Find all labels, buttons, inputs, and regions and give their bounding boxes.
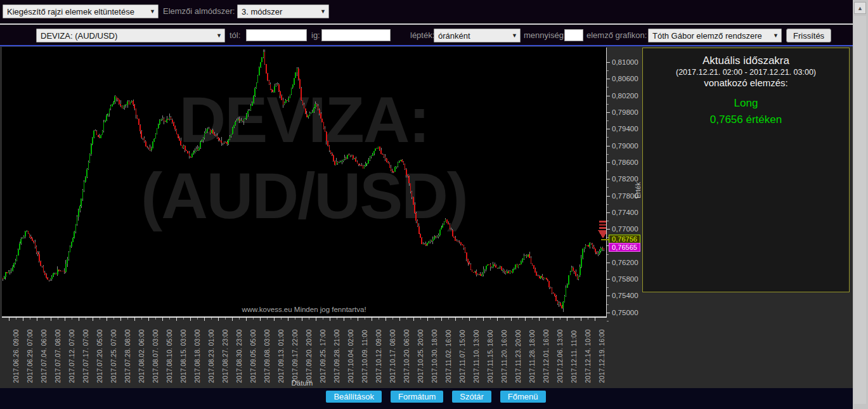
x-minor-tick xyxy=(448,318,449,320)
x-tick-label: 2017.12.06. 13:00 xyxy=(556,329,564,383)
y-tick-label: 0,81000 xyxy=(612,58,638,66)
y-minor-tick xyxy=(607,171,609,171)
pair-select[interactable]: DEVIZA: (AUD/USD) ▼ xyxy=(36,29,225,42)
y-tick xyxy=(607,129,610,129)
x-tick-label: 2017.12.01. 16:00 xyxy=(542,329,550,383)
x-minor-tick xyxy=(309,318,309,320)
refresh-button[interactable]: Frissítés xyxy=(786,29,831,42)
y-tick-label: 0,75400 xyxy=(612,292,638,299)
x-tick-label: 2017.08.27. 23:00 xyxy=(221,329,229,383)
current-price-marker: 0,76565 xyxy=(609,243,640,252)
extras-select-value: Kiegészítő rajzi elemek eltüntetése xyxy=(7,7,147,16)
x-tick xyxy=(441,318,442,321)
footer-menu-bar: Beállítások Formátum Szótár Főmenü xyxy=(0,388,853,409)
dictionary-button[interactable]: Szótár xyxy=(452,391,491,403)
y-minor-tick xyxy=(607,120,609,121)
x-tick-label: 2017.12.11. 11:00 xyxy=(570,330,578,383)
x-tick xyxy=(330,318,330,321)
to-date-input[interactable] xyxy=(321,29,391,41)
y-tick-label: 0,80600 xyxy=(612,75,638,82)
x-minor-tick xyxy=(183,318,184,320)
x-tick xyxy=(218,318,219,321)
x-tick xyxy=(246,318,247,321)
settings-button[interactable]: Beállítások xyxy=(326,391,382,403)
dropdown-arrow-icon: ▼ xyxy=(150,8,155,15)
dropdown-arrow-icon: ▼ xyxy=(512,32,517,39)
analyzer-select[interactable]: Tóth Gábor elemző rendszere ▼ xyxy=(648,29,782,42)
x-tick-label: 2017.09.17. 22:00 xyxy=(291,329,299,383)
y-minor-tick xyxy=(607,287,609,288)
x-tick xyxy=(525,318,526,321)
main-menu-button[interactable]: Főmenü xyxy=(500,391,546,403)
x-minor-tick xyxy=(211,318,212,320)
x-tick-label: 2017.11.28. 18:00 xyxy=(528,330,536,383)
x-minor-tick xyxy=(58,318,58,320)
y-minor-tick xyxy=(607,154,609,155)
y-tick xyxy=(607,96,610,96)
x-minor-tick xyxy=(560,318,560,320)
x-minor-tick xyxy=(44,318,44,320)
y-tick xyxy=(607,229,610,230)
scroll-up-icon[interactable]: ▲ xyxy=(854,2,866,14)
x-minor-tick xyxy=(392,318,393,320)
y-tick-label: 0,79800 xyxy=(612,108,638,116)
x-minor-tick xyxy=(253,318,254,320)
x-tick xyxy=(539,318,540,321)
x-minor-tick xyxy=(127,318,128,320)
scale-select[interactable]: óránként ▼ xyxy=(434,29,521,42)
x-tick xyxy=(413,318,414,321)
format-button[interactable]: Formátum xyxy=(391,391,443,403)
x-minor-tick xyxy=(16,318,16,320)
x-tick-label: 2017.07.20. 05:00 xyxy=(96,329,103,383)
to-label: ig: xyxy=(311,29,320,42)
y-tick xyxy=(607,279,610,280)
y-minor-tick xyxy=(607,87,609,88)
analyzer-label: elemző grafikon: xyxy=(586,29,647,42)
x-minor-tick xyxy=(365,318,365,320)
scrollbar-thumb[interactable] xyxy=(854,16,866,404)
x-tick-label: 2017.08.15. 03:00 xyxy=(179,329,187,383)
x-tick-label: 2017.11.23. 20:00 xyxy=(514,330,522,383)
x-tick-label: 2017.11.20. 16:00 xyxy=(500,330,508,383)
x-minor-tick xyxy=(141,318,142,320)
x-minor-tick xyxy=(406,318,407,320)
extras-select[interactable]: Kiegészítő rajzi elemek eltüntetése ▼ xyxy=(3,4,159,18)
x-tick xyxy=(65,318,65,321)
x-tick-label: 2017.08.30. 23:00 xyxy=(235,329,243,383)
x-minor-tick xyxy=(281,318,282,320)
x-tick-label: 2017.11.02. 16:00 xyxy=(444,330,452,383)
x-minor-tick xyxy=(337,318,337,320)
analysis-panel: Aktuális időszakra (2017.12.21. 02:00 - … xyxy=(642,48,850,292)
submethod-select[interactable]: 3. módszer ▼ xyxy=(237,4,329,18)
y-minor-tick xyxy=(607,304,609,305)
vertical-scrollbar[interactable]: ▲ xyxy=(853,0,868,409)
y-tick xyxy=(607,112,610,113)
y-tick-label: 0,79000 xyxy=(612,142,638,150)
x-minor-tick xyxy=(267,318,268,320)
y-minor-tick xyxy=(607,254,609,255)
candlestick-plot[interactable]: DEVIZA: (AUD/USD) www.kovess.eu Minden j… xyxy=(2,47,606,317)
x-tick xyxy=(204,318,205,321)
y-tick xyxy=(607,162,610,163)
quantity-input[interactable] xyxy=(564,29,583,41)
x-tick-label: 2017.11.07. 15:00 xyxy=(458,330,466,383)
x-tick xyxy=(79,318,79,321)
submethod-label: Elemzői almódszer: xyxy=(163,4,235,18)
x-minor-tick xyxy=(100,318,100,320)
y-tick xyxy=(607,295,610,296)
x-tick xyxy=(455,318,456,321)
x-tick-label: 2017.09.08. 03:00 xyxy=(263,329,271,383)
x-minor-tick xyxy=(532,318,533,320)
x-tick-label: 2017.11.10. 13:00 xyxy=(472,330,480,383)
x-tick xyxy=(134,318,135,321)
dropdown-arrow-icon: ▼ xyxy=(216,32,222,39)
x-tick xyxy=(316,318,316,321)
y-tick xyxy=(607,212,610,213)
y-tick xyxy=(607,196,610,197)
x-tick-label: 2017.07.04. 06:00 xyxy=(40,329,48,383)
from-date-input[interactable] xyxy=(246,29,307,41)
x-tick-label: 2017.11.15. 18:00 xyxy=(486,330,494,383)
x-tick-label: 2017.07.07. 08:00 xyxy=(54,329,62,383)
x-tick xyxy=(497,318,498,321)
y-minor-tick xyxy=(607,321,609,321)
